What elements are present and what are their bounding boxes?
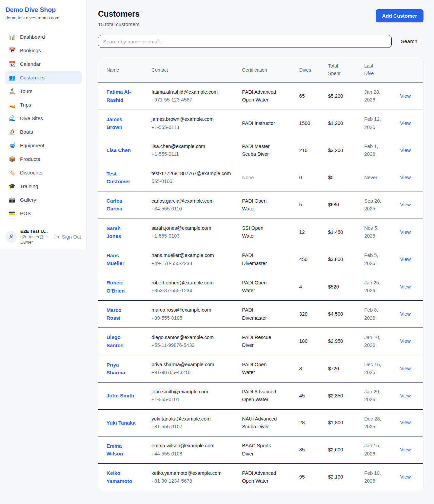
table-row: Hans Muellerhans.mueller@example.com+49-… <box>98 246 423 273</box>
sidebar-item-label: Calendar <box>20 61 41 67</box>
customer-phone: +81-90-1234-5678 <box>152 477 234 485</box>
sidebar-item-label: Gallery <box>20 197 36 203</box>
customer-name-link[interactable]: Carlos Garcia <box>106 197 136 213</box>
sidebar-item-customers[interactable]: 👥Customers <box>5 71 82 84</box>
search-input[interactable] <box>98 35 392 48</box>
customer-name-link[interactable]: Priya Sharma <box>106 361 136 377</box>
customer-name-link[interactable]: Hans Mueller <box>106 251 136 267</box>
sidebar-item-bookings[interactable]: 📅Bookings <box>5 44 82 57</box>
customer-total-spent: $680 <box>324 191 360 219</box>
column-header-certification: Certification <box>238 57 295 82</box>
customer-phone: +34-555-0110 <box>152 205 234 213</box>
view-customer-link[interactable]: View <box>400 175 411 180</box>
table-row: Carlos Garciacarlos.garcia@example.com+3… <box>98 191 423 219</box>
customer-name-link[interactable]: John Smith <box>106 392 134 399</box>
sidebar-item-equipment[interactable]: 🤿Equipment <box>5 139 82 152</box>
customer-last-dive: Feb 8, 2026 <box>364 306 386 322</box>
customers-table-card: NameContactCertificationDivesTotal Spent… <box>98 57 423 491</box>
sidebar-item-gallery[interactable]: 📸Gallery <box>5 193 82 206</box>
customer-dives: 320 <box>295 300 324 328</box>
table-row: Yuki Tanakayuki.tanaka@example.com+81-55… <box>98 409 423 436</box>
customer-certification: PADI Advanced Open Water <box>242 388 277 404</box>
view-customer-link[interactable]: View <box>400 120 411 126</box>
customer-email: sarah.jones@example.com <box>152 224 234 232</box>
customer-certification: PADI Divemaster <box>242 251 277 267</box>
customer-email: carlos.garcia@example.com <box>152 197 234 205</box>
customer-email: robert.obrien@example.com <box>152 279 234 287</box>
shop-name: Demo Dive Shop <box>5 6 81 14</box>
view-customer-link[interactable]: View <box>400 93 411 99</box>
shop-domain: demo.test.divestreams.com <box>5 15 81 20</box>
sidebar-item-dive-sites[interactable]: 🌊Dive Sites <box>5 112 82 125</box>
customer-certification: SSI Open Water <box>242 224 277 240</box>
user-email: e2e-tester@... <box>20 235 48 239</box>
view-customer-link[interactable]: View <box>400 474 411 480</box>
sidebar-item-calendar[interactable]: 📆Calendar <box>5 58 82 70</box>
customer-name-link[interactable]: Emma Wilson <box>106 442 136 458</box>
customer-name-link[interactable]: James Brown <box>106 115 136 131</box>
view-customer-link[interactable]: View <box>400 284 411 290</box>
page-subtitle: 15 total customers <box>98 21 140 27</box>
customer-email: lisa.chen@example.com <box>152 143 234 150</box>
customer-name-link[interactable]: Test Customer <box>106 170 136 186</box>
sidebar-item-boats[interactable]: ⛵Boats <box>5 126 82 138</box>
customer-email: diego.santos@example.com <box>152 334 234 341</box>
view-customer-link[interactable]: View <box>400 257 411 262</box>
sidebar-item-label: Equipment <box>20 143 44 148</box>
sidebar-item-tours[interactable]: 🏝️Tours <box>5 85 82 97</box>
customer-name-link[interactable]: Robert O'Brien <box>106 279 136 295</box>
customer-last-dive: Dec 28, 2025 <box>364 415 386 431</box>
view-customer-link[interactable]: View <box>400 420 411 425</box>
sidebar-item-training[interactable]: 🎓Training <box>5 180 82 192</box>
column-header-total-spent: Total Spent <box>324 57 360 82</box>
customer-total-spent: $2,950 <box>324 328 360 355</box>
view-customer-link[interactable]: View <box>400 229 411 235</box>
sidebar-item-pos[interactable]: 💳POS <box>5 207 82 220</box>
table-row: Fatima Al-Rashidfatima.alrashid@example.… <box>98 82 423 110</box>
customer-dives: 4 <box>295 273 324 300</box>
sidebar-item-products[interactable]: 📦Products <box>5 153 82 165</box>
sidebar-item-trips[interactable]: 🚤Trips <box>5 98 82 111</box>
view-customer-link[interactable]: View <box>400 447 411 452</box>
customer-dives: 8 <box>295 355 324 382</box>
view-customer-link[interactable]: View <box>400 366 411 371</box>
customer-phone: 555-0100 <box>152 178 234 185</box>
sidebar-item-label: Trips <box>20 102 31 108</box>
customer-total-spent: $1,800 <box>324 409 360 436</box>
view-customer-link[interactable]: View <box>400 338 411 344</box>
customer-email: james.brown@example.com <box>152 115 234 123</box>
sign-out-button[interactable]: Sign Out <box>54 234 81 240</box>
sidebar-item-label: Bookings <box>20 48 41 53</box>
sidebar-item-label: Training <box>20 183 38 189</box>
customer-email: priya.sharma@example.com <box>152 361 234 369</box>
add-customer-button[interactable]: Add Customer <box>376 9 423 22</box>
search-button[interactable]: Search <box>401 38 417 44</box>
sidebar-header: Demo Dive Shop demo.test.divestreams.com <box>0 0 86 26</box>
customer-name-link[interactable]: Marco Rossi <box>106 306 136 322</box>
customer-name-link[interactable]: Lisa Chen <box>106 146 131 154</box>
equipment-mask-icon: 🤿 <box>9 142 16 149</box>
tours-island-icon: 🏝️ <box>9 88 16 94</box>
view-customer-link[interactable]: View <box>400 393 411 398</box>
customer-phone: +44-555-0108 <box>152 450 234 458</box>
customer-phone: +1-555-0111 <box>152 150 234 158</box>
customer-name-link[interactable]: Yuki Tanaka <box>106 419 136 427</box>
column-header-last-dive: Last Dive <box>360 57 396 82</box>
customer-certification: None <box>242 174 254 182</box>
sidebar-item-dashboard[interactable]: 📊Dashboard <box>5 31 82 43</box>
sidebar-item-label: Boats <box>20 129 33 135</box>
sidebar-item-discounts[interactable]: 🏷️Discounts <box>5 166 82 179</box>
customer-dives: 1500 <box>295 110 324 137</box>
customer-name-link[interactable]: Keiko Yamamoto <box>106 469 136 485</box>
view-customer-link[interactable]: View <box>400 311 411 317</box>
customer-name-link[interactable]: Fatima Al-Rashid <box>106 88 136 104</box>
customer-name-link[interactable]: Sarah Jones <box>106 224 136 240</box>
customer-dives: 210 <box>295 137 324 164</box>
customer-total-spent: $4,500 <box>324 300 360 328</box>
view-customer-link[interactable]: View <box>400 202 411 207</box>
sidebar-item-label: Dive Sites <box>20 115 43 121</box>
customer-name-link[interactable]: Diego Santos <box>106 333 136 349</box>
customer-certification: PADI Open Water <box>242 279 277 295</box>
view-customer-link[interactable]: View <box>400 148 411 153</box>
sidebar: Demo Dive Shop demo.test.divestreams.com… <box>0 0 87 249</box>
